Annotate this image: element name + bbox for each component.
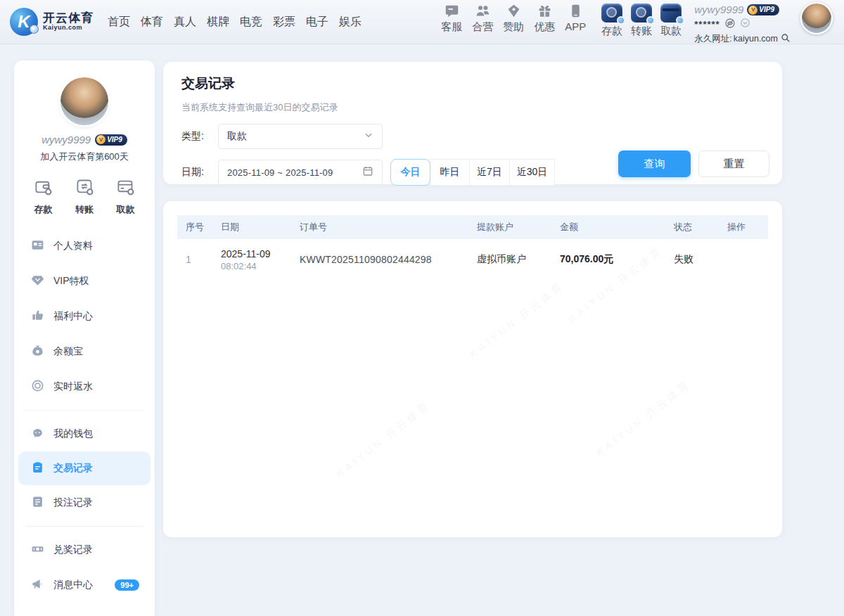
- money-pouch-icon: [31, 344, 44, 360]
- col-order: 订单号: [291, 221, 468, 233]
- type-select[interactable]: 取款: [218, 124, 383, 149]
- divider: [25, 526, 143, 527]
- sidebar-item-vip[interactable]: VIP特权: [14, 264, 155, 299]
- cell-amount: 70,076.00元: [551, 253, 665, 266]
- nav-chess[interactable]: 棋牌: [207, 15, 229, 30]
- sidebar-item-bets[interactable]: 投注记录: [14, 485, 155, 520]
- app-download-button[interactable]: APP: [565, 4, 586, 32]
- table-header-row: 序号 日期 订单号 提款账户 金额 状态 操作: [177, 215, 768, 239]
- customer-service-button[interactable]: 客服: [441, 4, 462, 34]
- divider: [25, 410, 143, 411]
- sidebar-item-profile[interactable]: 个人资料: [14, 229, 155, 264]
- nav-esports[interactable]: 电竞: [240, 15, 262, 30]
- diamond-badge-icon: [506, 4, 521, 18]
- username: wywy9999: [694, 4, 743, 17]
- vip-crest-icon: V: [96, 135, 106, 144]
- col-amount: 金额: [551, 221, 665, 233]
- sidebar-item-rebate[interactable]: 实时返水: [14, 369, 155, 404]
- col-status: 状态: [665, 221, 719, 233]
- join-days-text: 加入开云体育第600天: [14, 150, 155, 163]
- transaction-doc-icon: [31, 461, 44, 477]
- phone-icon: [568, 4, 583, 18]
- sidebar-avatar[interactable]: [60, 77, 108, 125]
- logo-k-icon: K: [10, 8, 38, 36]
- sidebar-item-prizes[interactable]: 兑奖记录: [14, 532, 155, 567]
- target-circle-icon: [31, 379, 44, 395]
- sidebar-item-messages[interactable]: 消息中心 99+: [14, 567, 155, 603]
- user-info: wywy9999 V VIP9 ****** 永久网址: kaiyun.com: [694, 4, 791, 46]
- sidebar-item-welfare[interactable]: 福利中心: [14, 299, 155, 334]
- filter-card: 交易记录 当前系统支持查询最近30日的交易记录 类型: 取款 日期: 2025-…: [163, 62, 782, 184]
- promotions-button[interactable]: 优惠: [534, 4, 555, 34]
- megaphone-icon: [31, 577, 44, 593]
- prize-coins-icon: [31, 542, 44, 558]
- col-index: 序号: [177, 221, 212, 233]
- magnifier-icon[interactable]: [781, 33, 791, 46]
- sidebar-item-yuebao[interactable]: 余额宝: [14, 334, 155, 369]
- sidebar: wywy9999 V VIP9 加入开云体育第600天 存款 转账 取款: [14, 60, 155, 616]
- range-7days-button[interactable]: 近7日: [469, 159, 510, 186]
- nav-sports[interactable]: 体育: [141, 15, 163, 30]
- site-url-label: 永久网址:: [694, 34, 731, 45]
- piggy-bank-icon: [31, 426, 44, 442]
- sidebar-withdraw-button[interactable]: 取款: [116, 177, 135, 216]
- range-today-button[interactable]: 今日: [390, 159, 430, 186]
- sidebar-deposit-button[interactable]: 存款: [34, 177, 53, 216]
- main-nav: 首页 体育 真人 棋牌 电竞 彩票 电子 娱乐: [108, 15, 362, 30]
- nav-casino[interactable]: 娱乐: [339, 15, 362, 30]
- transfer-arrows-icon: [75, 177, 94, 199]
- records-table-card: 序号 日期 订单号 提款账户 金额 状态 操作 1 2025-11-09 08:…: [163, 201, 782, 537]
- wallet-outline-icon: [34, 177, 53, 199]
- sidebar-item-transactions[interactable]: 交易记录: [18, 451, 151, 485]
- nav-slots[interactable]: 电子: [306, 15, 328, 30]
- watermark: KAIYUN 开云体育: [333, 399, 433, 481]
- vip-crest-icon: V: [748, 6, 757, 15]
- col-account: 提款账户: [468, 221, 551, 233]
- site-logo[interactable]: K 开云体育 Kaiyun.com: [10, 8, 94, 36]
- watermark: KAIYUN 开云体育: [594, 378, 693, 460]
- chevron-circle-icon[interactable]: [740, 18, 750, 32]
- date-quick-ranges: 今日 昨日 近7日 近30日: [391, 159, 555, 186]
- reset-button[interactable]: 重置: [698, 150, 769, 177]
- nav-live[interactable]: 真人: [174, 15, 196, 30]
- sidebar-username: wywy9999: [41, 134, 91, 146]
- sidebar-menu: 个人资料 VIP特权 福利中心 余额宝 实时返水: [14, 229, 155, 603]
- site-url[interactable]: kaiyun.com: [734, 34, 778, 45]
- cell-order-no: KWWT202511090802444298: [291, 254, 468, 265]
- watermark: KAIYUN 开云体育: [467, 279, 567, 361]
- sidebar-transfer-button[interactable]: 转账: [75, 177, 94, 216]
- range-30days-button[interactable]: 近30日: [509, 159, 556, 186]
- calendar-icon: [362, 165, 373, 179]
- header-avatar[interactable]: [800, 2, 833, 34]
- sponsor-button[interactable]: 赞助: [503, 4, 524, 34]
- logo-title: 开云体育: [43, 12, 94, 25]
- search-button[interactable]: 查询: [618, 150, 691, 177]
- gift-icon: [537, 4, 552, 18]
- masked-balance: ******: [694, 19, 720, 30]
- chat-bubble-icon: [445, 4, 459, 18]
- people-icon: [475, 4, 490, 18]
- top-header: K 开云体育 Kaiyun.com 首页 体育 真人 棋牌 电竞 彩票 电子 娱…: [0, 0, 844, 44]
- sidebar-item-wallet[interactable]: 我的钱包: [14, 416, 155, 451]
- date-range-input[interactable]: 2025-11-09 ~ 2025-11-09: [218, 160, 383, 185]
- header-deposit-button[interactable]: 存款: [601, 4, 622, 38]
- eye-off-icon[interactable]: [724, 18, 736, 32]
- bank-card-icon: [116, 177, 135, 199]
- nav-lottery[interactable]: 彩票: [273, 15, 295, 30]
- gem-icon: [31, 274, 44, 290]
- cell-account: 虚拟币账户: [468, 253, 551, 266]
- range-yesterday-button[interactable]: 昨日: [430, 159, 470, 186]
- cell-date: 2025-11-09 08:02:44: [212, 248, 291, 271]
- logo-subtitle: Kaiyun.com: [43, 25, 94, 31]
- cell-index: 1: [177, 254, 212, 265]
- deposit-card-icon: [601, 4, 622, 23]
- header-transfer-button[interactable]: 转账: [631, 4, 652, 38]
- table-row: 1 2025-11-09 08:02:44 KWWT20251109080244…: [177, 239, 768, 280]
- page-title: 交易记录: [181, 75, 764, 93]
- header-withdraw-button[interactable]: 取款: [660, 4, 682, 38]
- vip-badge: V VIP9: [747, 4, 779, 15]
- nav-home[interactable]: 首页: [108, 15, 130, 30]
- partnership-button[interactable]: 合营: [472, 4, 493, 34]
- withdraw-card-icon: [660, 4, 682, 23]
- transfer-card-icon: [631, 4, 652, 23]
